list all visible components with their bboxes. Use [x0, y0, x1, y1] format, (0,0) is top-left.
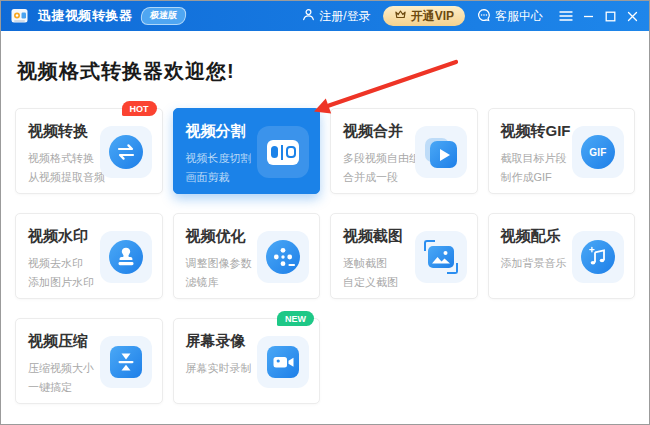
card-video-compress[interactable]: 视频压缩 压缩视频大小 一键搞定 [15, 318, 163, 404]
login-label: 注册/登录 [319, 8, 370, 25]
app-window: 迅捷视频转换器 极速版 注册/登录 开通VIP 客服中心 视频格式转换器欢迎您! [0, 0, 650, 425]
card-video-split[interactable]: 视频分割 视频长度切割 画面剪裁 [173, 108, 321, 194]
card-video-to-gif[interactable]: 视频转GIF 截取目标片段 制作成GIF GIF [488, 108, 636, 194]
open-vip-label: 开通VIP [411, 8, 454, 25]
menu-button[interactable] [557, 5, 575, 27]
compress-icon [100, 336, 152, 388]
support-center-label: 客服中心 [495, 8, 543, 25]
feature-grid: HOT 视频转换 视频格式转换 从视频提取音频 视频分割 视频长度切割 画面剪裁… [15, 108, 635, 404]
music-icon [572, 231, 624, 283]
hot-badge: HOT [122, 101, 157, 116]
card-video-optimize[interactable]: 视频优化 调整图像参数 滤镜库 [173, 213, 321, 299]
chat-bubble-icon [477, 8, 491, 25]
card-screen-record[interactable]: NEW 屏幕录像 屏幕实时录制 [173, 318, 321, 404]
merge-icon [415, 126, 467, 178]
minimize-button[interactable] [579, 5, 597, 27]
maximize-button[interactable] [601, 5, 619, 27]
app-title: 迅捷视频转换器 [38, 7, 133, 25]
screenshot-icon [415, 231, 467, 283]
main-content: 视频格式转换器欢迎您! HOT 视频转换 视频格式转换 从视频提取音频 视频分割… [1, 57, 649, 404]
record-icon [257, 336, 309, 388]
film-reel-icon [257, 231, 309, 283]
edition-badge: 极速版 [139, 7, 187, 25]
open-vip-button[interactable]: 开通VIP [383, 6, 465, 26]
swap-icon [100, 126, 152, 178]
stamp-icon [100, 231, 152, 283]
app-logo-icon [11, 8, 31, 25]
card-video-screenshot[interactable]: 视频截图 逐帧截图 自定义截图 [330, 213, 478, 299]
new-badge: NEW [277, 311, 314, 326]
card-video-convert[interactable]: HOT 视频转换 视频格式转换 从视频提取音频 [15, 108, 163, 194]
close-button[interactable] [623, 5, 641, 27]
card-video-merge[interactable]: 视频合并 多段视频自由组合 合并成一段 [330, 108, 478, 194]
support-center-button[interactable]: 客服中心 [477, 8, 543, 25]
titlebar: 迅捷视频转换器 极速版 注册/登录 开通VIP 客服中心 [1, 1, 649, 31]
gif-icon: GIF [572, 126, 624, 178]
login-button[interactable]: 注册/登录 [302, 8, 370, 25]
card-video-watermark[interactable]: 视频水印 视频去水印 添加图片水印 [15, 213, 163, 299]
card-video-music[interactable]: 视频配乐 添加背景音乐 [488, 213, 636, 299]
crown-icon [394, 9, 407, 23]
page-title: 视频格式转换器欢迎您! [17, 57, 633, 85]
split-icon [257, 126, 309, 178]
user-icon [302, 8, 315, 24]
